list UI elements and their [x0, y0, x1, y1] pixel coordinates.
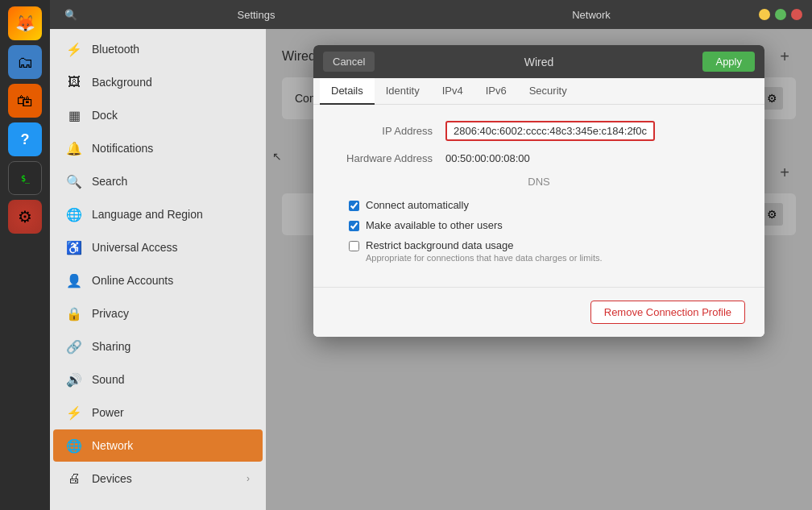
hardware-address-row: Hardware Address 00:50:00:00:08:00	[333, 152, 745, 164]
connect-auto-label: Connect automatically	[366, 199, 469, 211]
restrict-data-sublabel: Appropriate for connections that have da…	[366, 253, 603, 263]
sidebar-item-bluetooth[interactable]: ⚡ Bluetooth	[53, 33, 263, 65]
modal-body: IP Address 2806:40c:6002:cccc:48c3:345e:…	[313, 105, 764, 287]
sidebar-label-devices: Devices	[92, 472, 132, 485]
background-icon: 🖼	[66, 74, 82, 90]
sidebar-label-online-accounts: Online Accounts	[92, 274, 173, 287]
modal-overlay: Cancel Wired Apply Details Identity IPv4…	[266, 29, 812, 510]
connect-auto-checkbox[interactable]	[349, 201, 359, 211]
ip-address-label: IP Address	[333, 125, 445, 137]
dock-icon-terminal[interactable]: $_	[8, 161, 42, 195]
sidebar-item-devices[interactable]: 🖨 Devices ›	[53, 462, 263, 495]
sidebar-label-search: Search	[92, 175, 127, 188]
sidebar-label-dock: Dock	[92, 109, 118, 122]
available-users-checkbox[interactable]	[349, 221, 359, 231]
tab-ipv4[interactable]: IPv4	[431, 78, 474, 105]
sidebar-label-privacy: Privacy	[92, 307, 129, 320]
sidebar-item-notifications[interactable]: 🔔 Notifications	[53, 132, 263, 164]
bluetooth-icon: ⚡	[66, 41, 82, 57]
dock-icon-help[interactable]: ?	[8, 122, 42, 156]
dock-icon-settings[interactable]: ⚙	[8, 200, 42, 234]
close-button[interactable]	[791, 9, 802, 20]
devices-arrow-icon: ›	[246, 473, 250, 484]
dock-icon-sidebar: ▦	[66, 107, 82, 123]
modal-titlebar: Cancel Wired Apply	[313, 45, 764, 78]
sidebar-label-language: Language and Region	[92, 208, 203, 221]
universal-access-icon: ♿	[66, 239, 82, 255]
sharing-icon: 🔗	[66, 338, 82, 355]
sidebar-label-notifications: Notifications	[92, 142, 153, 155]
modal-apply-button[interactable]: Apply	[702, 52, 755, 72]
sidebar-item-network[interactable]: 🌐 Network	[53, 429, 263, 462]
tab-security[interactable]: Security	[518, 78, 578, 105]
dns-label: DNS	[333, 176, 745, 188]
restrict-data-label: Restrict background data usage	[366, 239, 603, 251]
main-panel: Wired + Connected ON ⚙ + ⚙	[266, 29, 812, 510]
modal-cancel-button[interactable]: Cancel	[323, 52, 375, 72]
tab-ipv6[interactable]: IPv6	[474, 78, 518, 105]
settings-title: Settings	[89, 9, 424, 21]
available-users-row: Make available to other users	[333, 219, 745, 231]
notifications-icon: 🔔	[66, 140, 82, 156]
sidebar-item-search[interactable]: 🔍 Search	[53, 165, 263, 197]
search-sidebar-icon: 🔍	[66, 173, 82, 189]
sidebar-item-privacy[interactable]: 🔒 Privacy	[53, 297, 263, 330]
ip-address-row: IP Address 2806:40c:6002:cccc:48c3:345e:…	[333, 121, 745, 141]
sidebar-label-background: Background	[92, 76, 152, 89]
sidebar-label-power: Power	[92, 406, 124, 419]
dock-icon-software[interactable]: 🛍	[8, 84, 42, 118]
wired-modal: Cancel Wired Apply Details Identity IPv4…	[313, 45, 764, 337]
sidebar-item-sharing[interactable]: 🔗 Sharing	[53, 330, 263, 363]
modal-footer: Remove Connection Profile	[313, 287, 764, 337]
content-area: ⚡ Bluetooth 🖼 Background ▦ Dock 🔔 Notifi…	[50, 29, 812, 510]
ip-address-value: 2806:40c:6002:cccc:48c3:345e:c184:2f0c	[445, 121, 655, 141]
dock-icon-firefox[interactable]: 🦊	[8, 6, 42, 40]
online-accounts-icon: 👤	[66, 272, 82, 288]
available-users-label: Make available to other users	[366, 219, 503, 231]
sidebar-item-dock[interactable]: ▦ Dock	[53, 99, 263, 131]
modal-tabs: Details Identity IPv4 IPv6 Security	[313, 78, 764, 105]
modal-title: Wired	[375, 56, 702, 68]
language-icon: 🌐	[66, 206, 82, 222]
power-icon: ⚡	[66, 404, 82, 421]
mouse-cursor: ↖	[272, 150, 280, 161]
sidebar-label-bluetooth: Bluetooth	[92, 43, 139, 56]
sidebar-item-online-accounts[interactable]: 👤 Online Accounts	[53, 264, 263, 296]
sound-icon: 🔊	[66, 371, 82, 388]
restrict-data-checkbox[interactable]	[349, 241, 359, 251]
network-icon: 🌐	[66, 437, 82, 454]
sidebar-label-sharing: Sharing	[92, 340, 130, 353]
sidebar-item-sound[interactable]: 🔊 Sound	[53, 363, 263, 396]
dock-icon-files[interactable]: 🗂	[8, 45, 42, 79]
sidebar-item-background[interactable]: 🖼 Background	[53, 66, 263, 98]
network-title: Network	[424, 9, 759, 21]
remove-connection-button[interactable]: Remove Connection Profile	[590, 301, 745, 324]
sidebar-item-universal-access[interactable]: ♿ Universal Access	[53, 231, 263, 263]
privacy-icon: 🔒	[66, 305, 82, 321]
window-controls	[759, 9, 802, 20]
tab-details[interactable]: Details	[320, 78, 375, 105]
sidebar-item-language[interactable]: 🌐 Language and Region	[53, 198, 263, 230]
hardware-address-value: 00:50:00:00:08:00	[445, 152, 530, 164]
restrict-data-row: Restrict background data usage Appropria…	[333, 239, 745, 263]
tab-identity[interactable]: Identity	[375, 78, 431, 105]
devices-icon: 🖨	[66, 471, 82, 487]
hardware-address-label: Hardware Address	[333, 152, 445, 164]
sidebar-label-network: Network	[92, 439, 133, 452]
search-icon[interactable]: 🔍	[60, 3, 82, 26]
connect-auto-row: Connect automatically	[333, 199, 745, 211]
sidebar-item-power[interactable]: ⚡ Power	[53, 396, 263, 429]
sidebar-label-universal-access: Universal Access	[92, 241, 178, 254]
settings-window: 🔍 Settings Network ⚡ Bluetooth 🖼 Backgro…	[50, 0, 812, 510]
dock: 🦊 🗂 🛍 ? $_ ⚙	[0, 0, 50, 510]
sidebar: ⚡ Bluetooth 🖼 Background ▦ Dock 🔔 Notifi…	[50, 29, 266, 510]
sidebar-label-sound: Sound	[92, 373, 124, 386]
title-bar: 🔍 Settings Network	[50, 0, 812, 29]
minimize-button[interactable]	[759, 9, 770, 20]
maximize-button[interactable]	[775, 9, 786, 20]
